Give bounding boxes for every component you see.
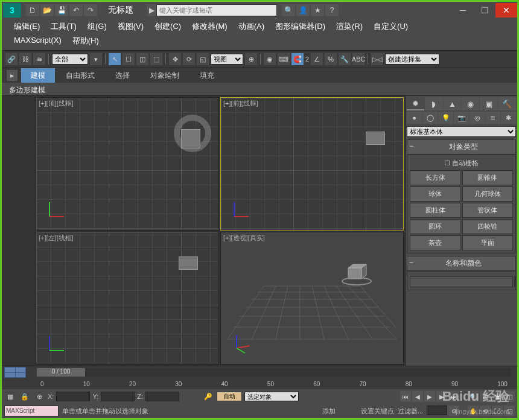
selection-scope-select[interactable]: 全部 (52, 54, 88, 65)
zoom-extents-icon[interactable]: ▣ (492, 391, 503, 402)
select-name-icon[interactable]: ☐ (123, 53, 135, 65)
close-button[interactable]: ✕ (495, 3, 517, 18)
helpers-icon[interactable]: ◎ (470, 112, 485, 124)
mirror-icon[interactable]: ▷◁ (371, 53, 383, 65)
edit-named-icon[interactable]: ABC (352, 53, 365, 65)
select-region-icon[interactable]: ◫ (136, 53, 148, 65)
y-input[interactable] (101, 392, 135, 401)
object-color-swatch[interactable] (514, 276, 515, 287)
menu-group[interactable]: 组(G) (88, 21, 107, 32)
orbit-icon[interactable]: ⟲ (480, 406, 491, 416)
hierarchy-tab-icon[interactable]: ▲ (444, 97, 461, 110)
percent-snap-icon[interactable]: % (325, 53, 337, 65)
maximize-button[interactable]: ☐ (474, 3, 495, 18)
menu-modifiers[interactable]: 修改器(M) (192, 21, 228, 32)
viewport-layout-button[interactable] (4, 367, 26, 378)
obj-cylinder-button[interactable]: 圆柱体 (410, 203, 461, 218)
cameras-icon[interactable]: 📷 (454, 112, 469, 124)
shapes-icon[interactable]: ◯ (422, 112, 438, 124)
play-icon[interactable]: ▶ (424, 391, 435, 402)
viewport-perspective[interactable]: [+][透视][真实] (220, 232, 404, 365)
scale-icon[interactable]: ◱ (197, 53, 209, 65)
motion-tab-icon[interactable]: ◉ (462, 97, 479, 110)
obj-teapot-button[interactable]: 茶壶 (410, 235, 461, 250)
move-icon[interactable]: ✥ (169, 53, 181, 65)
min-max-icon[interactable]: ◲ (504, 406, 515, 416)
minimize-button[interactable]: ─ (452, 3, 474, 18)
current-frame-input[interactable] (427, 406, 447, 415)
menu-tools[interactable]: 工具(T) (51, 21, 77, 32)
login-icon[interactable]: 👤 (296, 4, 310, 16)
obj-box-button[interactable]: 长方体 (410, 170, 461, 185)
maximize-viewport-icon[interactable]: ⛶ (492, 406, 503, 416)
menu-animation[interactable]: 动画(A) (238, 21, 264, 32)
time-slider[interactable]: 0 / 100 (37, 368, 511, 377)
goto-end-icon[interactable]: ⏭ (448, 391, 459, 402)
set-keypoint-button[interactable]: 设置关键点 (361, 407, 394, 416)
snap-toggle-icon[interactable]: 🧲 (291, 53, 304, 65)
systems-icon[interactable]: ✱ (501, 112, 516, 124)
tab-modeling[interactable]: 建模 (21, 68, 55, 83)
display-tab-icon[interactable]: ▣ (480, 97, 497, 110)
app-icon[interactable]: 3 (3, 3, 21, 18)
auto-key-button[interactable]: 自动 (217, 392, 242, 401)
tab-populate[interactable]: 填充 (190, 68, 224, 83)
rollout-name-color[interactable]: −名称和颜色 (407, 256, 516, 271)
time-slider-handle[interactable]: 0 / 100 (37, 368, 85, 377)
next-frame-icon[interactable]: ▶ (436, 391, 447, 402)
fov-icon[interactable]: ◫ (504, 391, 515, 402)
pan-icon[interactable]: ✋ (468, 406, 479, 416)
menu-customize[interactable]: 自定义(U) (374, 21, 408, 32)
utilities-tab-icon[interactable]: 🔨 (498, 97, 516, 110)
key-icon[interactable]: 🔑 (202, 390, 214, 402)
key-filter-select[interactable]: 选定对象 (244, 392, 299, 401)
obj-sphere-button[interactable]: 球体 (410, 186, 461, 202)
isolate-icon[interactable]: ▦ (4, 390, 16, 402)
spacewarps-icon[interactable]: ≋ (485, 112, 500, 124)
create-tab-icon[interactable]: ✹ (407, 97, 424, 110)
lock-icon[interactable]: 🔒 (19, 390, 31, 402)
add-timetag[interactable]: 添加 (322, 407, 336, 416)
rollout-object-type[interactable]: −对象类型 (407, 139, 516, 154)
menu-maxscript[interactable]: MAXScript(X) (14, 36, 62, 46)
x-input[interactable] (56, 392, 90, 401)
viewport-front[interactable]: [+][前][线框] (220, 97, 404, 231)
pivot-icon[interactable]: ⊕ (245, 53, 257, 65)
obj-cone-button[interactable]: 圆锥体 (462, 170, 514, 185)
save-icon[interactable]: 💾 (55, 4, 68, 16)
time-config-icon[interactable]: ⚙ (448, 406, 459, 416)
menu-help[interactable]: 帮助(H) (72, 36, 99, 46)
obj-geosphere-button[interactable]: 几何球体 (462, 186, 514, 202)
z-input[interactable] (145, 392, 179, 401)
keyboard-icon[interactable]: ⌨ (278, 53, 290, 65)
select-object-icon[interactable]: ↖ (109, 53, 121, 65)
unlink-icon[interactable]: ⛓ (19, 53, 31, 65)
link-icon[interactable]: 🔗 (5, 53, 18, 65)
redo-icon[interactable]: ↷ (84, 4, 97, 16)
menu-view[interactable]: 视图(V) (118, 21, 144, 32)
selection-set-select[interactable]: 创建选择集 (385, 54, 439, 65)
auto-grid-checkbox[interactable]: ☐ 自动栅格 (410, 158, 513, 169)
obj-plane-button[interactable]: 平面 (462, 235, 514, 250)
modify-tab-icon[interactable]: ◗ (425, 97, 442, 110)
search-input[interactable] (156, 4, 277, 16)
obj-tube-button[interactable]: 管状体 (462, 203, 514, 218)
obj-torus-button[interactable]: 圆环 (410, 219, 461, 234)
filter-icon[interactable]: ▾ (90, 53, 102, 65)
tab-freeform[interactable]: 自由形式 (56, 68, 104, 83)
ribbon-expand-icon[interactable]: ▸ (7, 70, 18, 81)
tab-objectpaint[interactable]: 对象绘制 (141, 68, 189, 83)
zoom-icon[interactable]: 🔍 (468, 391, 479, 402)
object-name-input[interactable] (410, 276, 513, 287)
tab-selection[interactable]: 选择 (106, 68, 139, 83)
goto-start-icon[interactable]: ⏮ (400, 391, 411, 402)
angle-snap-icon[interactable]: ∠ (311, 53, 323, 65)
viewport-left[interactable]: [+][左][线框] (36, 232, 219, 365)
category-select[interactable]: 标准基本体 (407, 126, 516, 137)
snap-axis-icon[interactable]: ⊕ (33, 390, 45, 402)
key-filters-button[interactable]: 过滤器... (398, 407, 423, 416)
bind-icon[interactable]: ≋ (33, 53, 45, 65)
menu-rendering[interactable]: 渲染(R) (336, 21, 363, 32)
zoom-all-icon[interactable]: ⊡ (480, 391, 491, 402)
spinner-snap-icon[interactable]: 🔧 (339, 53, 351, 65)
